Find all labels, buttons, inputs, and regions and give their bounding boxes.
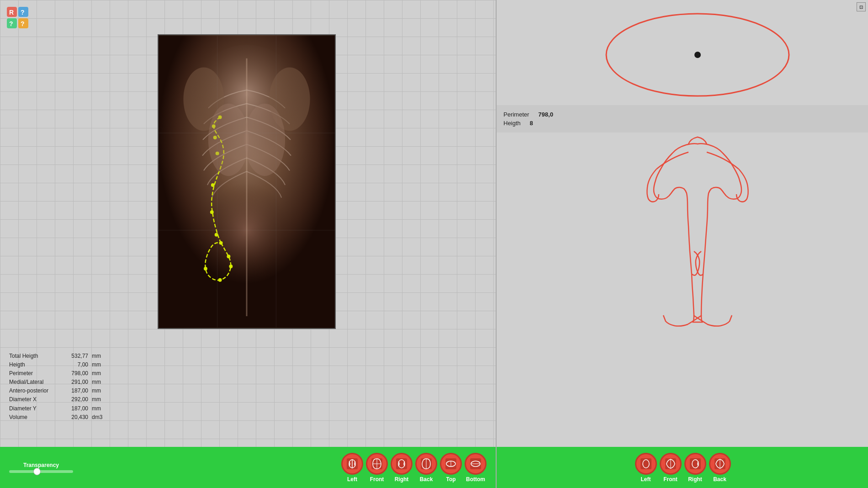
height-info-row: Heigth 8: [503, 120, 861, 127]
volume-row: Volume 20,430 dm3: [9, 413, 106, 422]
total-height-label: Total Heigth: [9, 352, 59, 361]
medial-row: Medial/Lateral 291,00 mm: [9, 378, 106, 387]
xray-svg: [159, 35, 335, 328]
top-view-svg: [529, 2, 867, 105]
diameter-y-row: Diameter Y 187,00 mm: [9, 404, 106, 413]
toolbar-left: Transparency: [0, 447, 496, 488]
svg-point-24: [218, 278, 222, 282]
diameter-x-value: 292,00: [63, 395, 88, 404]
volume-label: Volume: [9, 413, 59, 422]
diameter-y-value: 187,00: [63, 404, 88, 413]
height-unit: mm: [92, 361, 106, 369]
top-view-svg: [444, 457, 458, 471]
perimeter-label: Perimeter: [9, 369, 59, 378]
view-front-button-2[interactable]: Front: [660, 453, 682, 483]
svg-point-18: [211, 183, 215, 187]
volume-unit: dm3: [92, 413, 106, 422]
xray-image: [159, 35, 335, 328]
view-left-icon-2[interactable]: [635, 453, 657, 475]
view-bottom-icon[interactable]: [465, 453, 487, 475]
diameter-x-unit: mm: [92, 395, 106, 404]
transparency-slider-thumb[interactable]: [33, 468, 41, 475]
svg-text:R: R: [9, 9, 14, 16]
view-front-label-2: Front: [663, 476, 677, 483]
view-right-icon-2[interactable]: [684, 453, 706, 475]
left-view-svg: [345, 457, 359, 471]
perimeter-info-value: 798,0: [538, 111, 553, 118]
view-right-button-2[interactable]: Right: [684, 453, 706, 483]
height-value: 7,00: [63, 361, 88, 369]
view-front-label: Front: [370, 476, 384, 483]
view-right-label-2: Right: [688, 476, 702, 483]
xray-container: [158, 34, 336, 329]
transparency-slider-track[interactable]: [9, 470, 73, 473]
total-height-unit: mm: [92, 352, 106, 361]
view-right-button[interactable]: Right: [391, 453, 413, 483]
view-buttons-group1: Left Front: [341, 453, 487, 483]
transparency-label: Transparency: [23, 462, 59, 468]
svg-point-27: [244, 104, 285, 176]
view-front-icon-2[interactable]: [660, 453, 682, 475]
bottom-view-svg: [469, 457, 482, 471]
svg-text:?: ?: [21, 20, 25, 27]
view-front-button[interactable]: Front: [366, 453, 388, 483]
diameter-x-label: Diameter X: [9, 395, 59, 404]
height-info-label: Heigth: [503, 120, 521, 127]
view-left-icon[interactable]: [341, 453, 363, 475]
view-top-icon[interactable]: [440, 453, 462, 475]
view-back-button[interactable]: Back: [415, 453, 437, 483]
perimeter-unit: mm: [92, 369, 106, 378]
left-panel: R ? ? ?: [0, 0, 496, 488]
top-view-container: [529, 2, 867, 107]
medial-unit: mm: [92, 378, 106, 387]
view-left-button-2[interactable]: Left: [635, 453, 657, 483]
diameter-y-unit: mm: [92, 404, 106, 413]
height-info-value: 8: [530, 120, 533, 127]
main-container: R ? ? ?: [0, 0, 868, 488]
stats-panel: Total Heigth 532,77 mm Heigth 7,00 mm Pe…: [9, 352, 106, 422]
view-left-button[interactable]: Left: [341, 453, 363, 483]
antero-label: Antero-posterior: [9, 387, 59, 395]
toolbar-right: Left Front: [497, 447, 868, 488]
view-buttons-group2: Left Front: [635, 453, 731, 483]
perimeter-info-row: Perimeter 798,0: [503, 111, 861, 118]
height-row: Heigth 7,00 mm: [9, 361, 106, 369]
perimeter-row: Perimeter 798,00 mm: [9, 369, 106, 378]
view-front-icon[interactable]: [366, 453, 388, 475]
info-bar: Perimeter 798,0 Heigth 8: [497, 105, 868, 133]
view-left-label: Left: [347, 476, 357, 483]
medial-value: 291,00: [63, 378, 88, 387]
view-top-label: Top: [446, 476, 455, 483]
perimeter-value: 798,00: [63, 369, 88, 378]
view-top-button[interactable]: Top: [440, 453, 462, 483]
view-back-icon[interactable]: [415, 453, 437, 475]
view-right-label: Right: [395, 476, 409, 483]
view-right-icon[interactable]: [391, 453, 413, 475]
svg-text:?: ?: [9, 20, 13, 27]
svg-point-25: [204, 267, 207, 271]
view-bottom-label: Bottom: [466, 476, 485, 483]
svg-text:?: ?: [21, 9, 25, 16]
total-height-value: 532,77: [63, 352, 88, 361]
view-bottom-button[interactable]: Bottom: [465, 453, 487, 483]
front-view-svg: [370, 457, 384, 471]
svg-point-19: [210, 210, 214, 214]
svg-point-22: [227, 255, 230, 258]
view-back-icon-2[interactable]: [709, 453, 731, 475]
svg-point-20: [215, 233, 218, 237]
total-height-row: Total Heigth 532,77 mm: [9, 352, 106, 361]
back-view-svg: [419, 457, 433, 471]
body-view-container: [529, 135, 867, 327]
svg-point-48: [694, 52, 701, 58]
height-label: Heigth: [9, 361, 59, 369]
view-back-label: Back: [420, 476, 433, 483]
diameter-x-row: Diameter X 292,00 mm: [9, 395, 106, 404]
app-logo: R ? ? ?: [5, 5, 32, 32]
body-silhouette-svg: [529, 135, 867, 327]
view-back-label-2: Back: [713, 476, 726, 483]
antero-unit: mm: [92, 387, 106, 395]
antero-row: Antero-posterior 187,00 mm: [9, 387, 106, 395]
diameter-y-label: Diameter Y: [9, 404, 59, 413]
svg-point-23: [229, 265, 233, 268]
view-back-button-2[interactable]: Back: [709, 453, 731, 483]
